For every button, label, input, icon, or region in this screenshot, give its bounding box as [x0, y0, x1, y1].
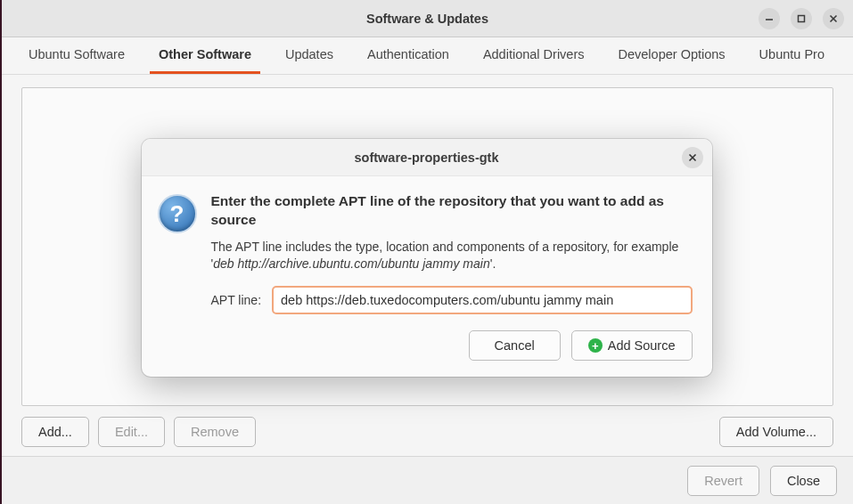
cancel-button[interactable]: Cancel — [469, 330, 561, 361]
apt-line-row: APT line: — [211, 286, 693, 314]
dialog-title: software-properties-gtk — [355, 150, 499, 165]
close-icon — [688, 153, 697, 162]
dialog-text: Enter the complete APT line of the repos… — [211, 192, 693, 361]
dialog-close-button[interactable] — [682, 147, 703, 168]
apt-line-input[interactable] — [272, 286, 692, 314]
question-icon: ? — [158, 194, 197, 233]
modal-overlay: software-properties-gtk ? Enter the comp… — [0, 0, 853, 504]
add-source-label: Add Source — [608, 338, 676, 353]
plus-icon: + — [588, 338, 603, 353]
dialog-sub-example: deb http://archive.ubuntu.com/ubuntu jam… — [213, 256, 490, 271]
dialog-body: ? Enter the complete APT line of the rep… — [142, 176, 712, 377]
add-source-button[interactable]: + Add Source — [571, 330, 693, 361]
dialog-actions: Cancel + Add Source — [211, 330, 693, 361]
dialog-header: software-properties-gtk — [142, 139, 712, 176]
dialog-heading: Enter the complete APT line of the repos… — [211, 192, 693, 230]
apt-line-label: APT line: — [211, 293, 262, 307]
dialog-subtext: The APT line includes the type, location… — [211, 239, 693, 273]
dialog-sub-post: '. — [490, 256, 496, 271]
apt-dialog: software-properties-gtk ? Enter the comp… — [142, 139, 712, 377]
